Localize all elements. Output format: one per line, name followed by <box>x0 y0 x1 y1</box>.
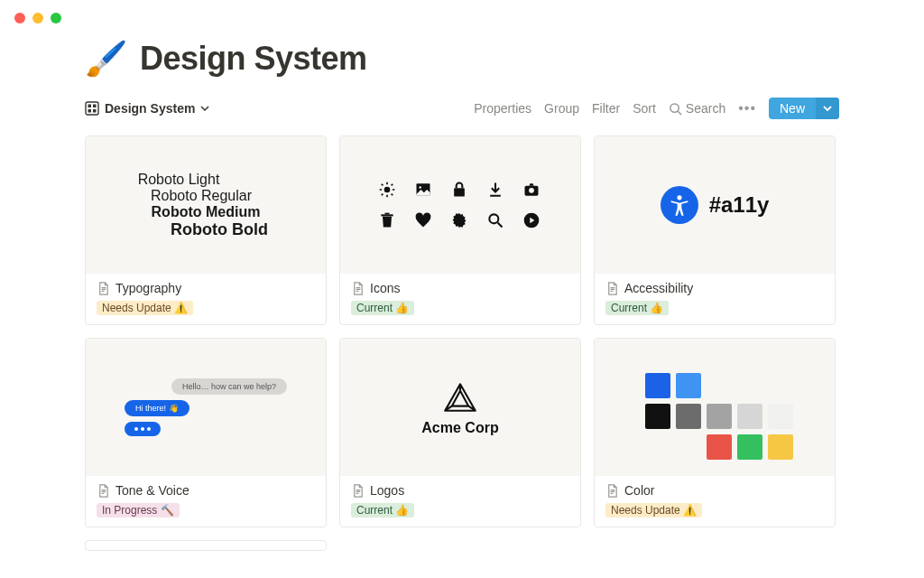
page-emoji-icon[interactable]: 🖌️ <box>85 42 127 76</box>
svg-point-10 <box>384 187 391 193</box>
color-swatch <box>645 373 670 398</box>
search-icon <box>485 210 505 230</box>
a11y-hashtag: #a11y <box>709 192 770 218</box>
card-cover: Hello… how can we help? Hi there! 👋 <box>86 339 326 476</box>
svg-rect-2 <box>93 105 97 108</box>
more-options-button[interactable]: ••• <box>738 101 756 116</box>
gallery-view-icon <box>85 101 99 116</box>
card-title-row: Color <box>605 483 824 498</box>
page-icon <box>605 282 619 295</box>
svg-rect-25 <box>381 214 393 216</box>
new-button-label: New <box>769 98 816 119</box>
view-switcher[interactable]: Design System <box>85 101 209 116</box>
svg-rect-1 <box>88 105 92 108</box>
status-tag: Current 👍 <box>605 301 669 315</box>
color-swatch <box>737 404 762 429</box>
page-title[interactable]: Design System <box>140 40 367 78</box>
card-title: Tone & Voice <box>116 483 189 498</box>
maximize-window-icon[interactable] <box>51 13 61 23</box>
svg-rect-26 <box>385 213 390 215</box>
chat-typing-indicator <box>125 422 161 436</box>
swatch-row-3 <box>707 434 793 460</box>
card-title-row: Icons <box>351 281 569 295</box>
card-title: Logos <box>370 483 404 498</box>
view-name: Design System <box>105 101 195 116</box>
font-sample-bold: Roboto Bold <box>171 220 268 239</box>
card-title: Color <box>624 483 654 498</box>
color-swatch <box>737 434 762 460</box>
status-tag: Needs Update ⚠️ <box>97 301 193 315</box>
card-typography[interactable]: Roboto Light Roboto Regular Roboto Mediu… <box>85 135 327 325</box>
brand-name: Acme Corp <box>421 420 498 436</box>
color-swatch <box>768 434 793 460</box>
image-icon <box>413 180 433 200</box>
card-title: Icons <box>370 281 400 295</box>
font-sample-medium: Roboto Medium <box>152 204 261 220</box>
card-cover: #a11y <box>595 136 835 274</box>
font-sample-regular: Roboto Regular <box>151 188 252 204</box>
accessibility-icon <box>661 186 698 224</box>
svg-rect-3 <box>88 109 92 113</box>
minimize-window-icon[interactable] <box>32 13 43 23</box>
card-title-row: Typography <box>97 281 315 295</box>
search-icon <box>669 102 682 116</box>
svg-point-34 <box>677 195 681 200</box>
svg-point-5 <box>670 103 679 111</box>
card-cover: Roboto Light Roboto Regular Roboto Mediu… <box>86 136 326 274</box>
color-swatch <box>707 434 732 460</box>
card-logos[interactable]: Acme Corp Logos Current 👍 <box>339 338 581 527</box>
chevron-down-icon <box>200 104 209 113</box>
lock-icon <box>449 180 469 200</box>
card-accessibility[interactable]: #a11y Accessibility Current 👍 <box>594 135 836 325</box>
search-button[interactable]: Search <box>669 101 725 116</box>
card-cover: Acme Corp <box>340 339 580 476</box>
card-title-row: Tone & Voice <box>97 483 315 498</box>
heart-icon <box>413 210 433 230</box>
status-tag: In Progress 🔨 <box>97 503 180 517</box>
new-button[interactable]: New <box>769 98 839 119</box>
svg-line-16 <box>392 194 393 196</box>
page-icon <box>351 282 365 295</box>
color-swatch <box>676 373 701 398</box>
penrose-triangle-icon <box>441 378 479 416</box>
status-tag: Current 👍 <box>351 503 414 517</box>
chevron-down-icon <box>823 104 832 113</box>
gear-icon <box>449 210 469 230</box>
svg-point-28 <box>489 214 498 223</box>
camera-icon <box>522 180 541 200</box>
font-sample-light: Roboto Light <box>138 172 220 188</box>
chat-bubble-incoming: Hello… how can we help? <box>171 378 287 395</box>
card-stub[interactable] <box>85 540 327 551</box>
new-button-dropdown[interactable] <box>816 98 839 119</box>
card-title: Typography <box>116 281 181 295</box>
page-icon <box>605 484 619 498</box>
filter-button[interactable]: Filter <box>592 101 620 116</box>
color-swatch <box>676 404 701 429</box>
close-window-icon[interactable] <box>14 13 25 23</box>
search-label: Search <box>686 101 725 116</box>
page-header: 🖌️ Design System <box>85 40 839 78</box>
svg-line-6 <box>678 111 681 115</box>
database-header: Design System Properties Group Filter So… <box>85 98 839 119</box>
status-tag: Current 👍 <box>351 301 414 315</box>
card-icons[interactable]: Icons Current 👍 <box>339 135 581 325</box>
card-title: Accessibility <box>624 281 693 295</box>
svg-rect-21 <box>454 188 465 196</box>
page-icon <box>97 484 110 498</box>
svg-rect-4 <box>93 109 97 113</box>
play-icon <box>522 210 541 230</box>
card-cover <box>595 339 835 476</box>
properties-button[interactable]: Properties <box>474 101 531 116</box>
svg-point-24 <box>529 188 534 193</box>
card-cover <box>340 136 580 274</box>
window-traffic-lights <box>14 13 61 23</box>
color-swatch <box>645 404 670 429</box>
swatch-row-2 <box>645 404 793 429</box>
color-swatch <box>707 404 732 429</box>
sort-button[interactable]: Sort <box>633 101 656 116</box>
svg-line-15 <box>382 184 383 186</box>
group-button[interactable]: Group <box>544 101 579 116</box>
svg-line-18 <box>392 184 393 186</box>
card-tone-voice[interactable]: Hello… how can we help? Hi there! 👋 Tone… <box>85 338 327 527</box>
card-color[interactable]: Color Needs Update ⚠️ <box>594 338 836 527</box>
